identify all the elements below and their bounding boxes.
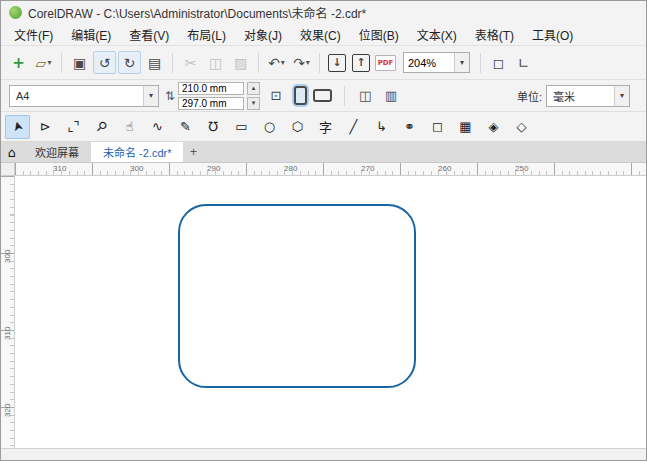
paste-button[interactable]: ▨: [229, 51, 252, 74]
rounded-rectangle-object[interactable]: [178, 204, 416, 388]
cloud-save-icon: ↻: [124, 55, 136, 71]
ruler-label: 320: [3, 340, 12, 417]
copy-icon: ◫: [209, 55, 222, 71]
ruler-label: 260: [438, 164, 515, 173]
menu-bar: 文件(F)编辑(E)查看(V)布局(L)对象(J)效果(C)位图(B)文本(X)…: [1, 23, 646, 46]
page-size-select[interactable]: A4 ▾: [9, 85, 159, 107]
export-button[interactable]: ↑: [352, 54, 370, 72]
menu-item[interactable]: 工具(O): [523, 23, 582, 46]
ellipse-tool[interactable]: ○: [257, 115, 282, 139]
menu-item[interactable]: 对象(J): [235, 23, 291, 46]
menu-item[interactable]: 布局(L): [178, 23, 235, 46]
bezier-tool[interactable]: ℧: [201, 115, 226, 139]
stepper-down-button[interactable]: ▾: [247, 97, 260, 110]
eyedropper-tool[interactable]: ⚭: [397, 115, 422, 139]
drawing-canvas[interactable]: [15, 176, 646, 448]
tab-document[interactable]: 未命名 -2.cdr*: [91, 142, 183, 162]
publish-pdf-button[interactable]: PDF: [374, 51, 397, 74]
zoom-level-input[interactable]: [404, 57, 454, 69]
fullscreen-preview-button[interactable]: ◻: [487, 51, 510, 74]
dimension-stepper: ▴ ▾: [247, 82, 260, 110]
all-pages-icon[interactable]: ◫: [355, 88, 375, 103]
page-dimensions: ⇅ ▴ ▾: [165, 82, 260, 110]
chevron-down-icon: ▾: [47, 58, 51, 67]
horizontal-ruler-row: 310300290280270260250: [1, 163, 646, 176]
page-width-input[interactable]: [178, 82, 244, 95]
page-layout-icon[interactable]: ▥: [381, 88, 401, 103]
chevron-down-icon[interactable]: ▾: [454, 53, 469, 72]
import-button[interactable]: ↓: [328, 54, 346, 72]
coreldraw-logo-icon: [9, 6, 22, 19]
ruler-label: 300: [3, 186, 12, 263]
crop-tool[interactable]: ⌞⌝: [61, 115, 86, 139]
shape-tool[interactable]: ⊳: [33, 115, 58, 139]
export-arrow-icon: ↑: [356, 56, 365, 69]
portrait-orientation-button[interactable]: [294, 86, 307, 105]
menu-item[interactable]: 查看(V): [120, 23, 178, 46]
pick-tool[interactable]: ➤: [5, 115, 30, 139]
fullscreen-icon: ◻: [493, 55, 505, 71]
new-tab-button[interactable]: +: [183, 142, 203, 162]
ruler-label: 310: [53, 164, 130, 173]
tab-welcome-screen[interactable]: 欢迎屏幕: [23, 142, 91, 162]
rectangle-tool[interactable]: ▭: [229, 115, 254, 139]
menu-item[interactable]: 位图(B): [350, 23, 408, 46]
show-rulers-button[interactable]: ∟: [512, 51, 535, 74]
toolbox: ➤ ⊳ ⌞⌝ ⚲ ☝ ∿ ✎ ℧ ▭ ○ ⬡ 字 ╱ ↳ ⚭ ◻: [1, 112, 646, 142]
home-icon[interactable]: ⌂: [1, 142, 23, 162]
new-document-button[interactable]: +: [7, 51, 30, 74]
outline-pen-tool[interactable]: ◻: [425, 115, 450, 139]
window-title: CorelDRAW - C:\Users\Administrator\Docum…: [28, 4, 366, 21]
connector-tool[interactable]: ↳: [369, 115, 394, 139]
import-arrow-icon: ↓: [332, 56, 341, 69]
property-bar: A4 ▾ ⇅ ▴ ▾ ⊡ ◫ ▥ 单位: 毫米 ▾: [1, 80, 646, 112]
menu-item[interactable]: 文本(X): [408, 23, 466, 46]
vertical-ruler[interactable]: 300310320: [1, 176, 15, 448]
page-height-input[interactable]: [178, 97, 244, 110]
interactive-fill-tool[interactable]: ◈: [481, 115, 506, 139]
ruler-label: 280: [284, 164, 361, 173]
pen-tool[interactable]: ✎: [173, 115, 198, 139]
zoom-tool[interactable]: ⚲: [89, 115, 114, 139]
dimension-tool[interactable]: ╱: [341, 115, 366, 139]
redo-button[interactable]: ↷▾: [290, 51, 313, 74]
title-bar: CorelDRAW - C:\Users\Administrator\Docum…: [1, 1, 646, 23]
ruler-label: 290: [207, 164, 284, 173]
smart-fill-tool[interactable]: ◇: [509, 115, 534, 139]
cut-icon: ✂: [185, 55, 197, 71]
ruler-label: 270: [361, 164, 438, 173]
open-from-cloud-button[interactable]: ↺: [93, 51, 116, 74]
page-dimensions-icon: ⇅: [165, 89, 175, 103]
fit-page-icon[interactable]: ⊡: [266, 88, 286, 103]
freehand-tool[interactable]: ∿: [145, 115, 170, 139]
menu-item[interactable]: 表格(T): [466, 23, 523, 46]
menu-item[interactable]: 效果(C): [291, 23, 350, 46]
ruler-origin[interactable]: [1, 163, 15, 175]
chevron-down-icon: ▾: [306, 58, 310, 67]
undo-button[interactable]: ↶▾: [265, 51, 288, 74]
cut-button[interactable]: ✂: [179, 51, 202, 74]
save-button[interactable]: ▣: [68, 51, 91, 74]
text-tool[interactable]: 字: [313, 115, 338, 139]
stepper-up-button[interactable]: ▴: [247, 82, 260, 95]
chevron-down-icon[interactable]: ▾: [614, 86, 629, 106]
print-button[interactable]: ▤: [143, 51, 166, 74]
menu-item[interactable]: 文件(F): [5, 23, 62, 46]
open-button[interactable]: ▱▾: [32, 51, 55, 74]
polygon-tool[interactable]: ⬡: [285, 115, 310, 139]
units-select[interactable]: 毫米 ▾: [546, 85, 630, 107]
new-document-icon: +: [12, 54, 25, 72]
units-group: 单位: 毫米 ▾: [517, 85, 630, 107]
pan-tool[interactable]: ☝: [117, 115, 142, 139]
chevron-down-icon: ▾: [281, 58, 285, 67]
landscape-orientation-button[interactable]: [313, 89, 332, 102]
transparency-tool[interactable]: ▦: [453, 115, 478, 139]
chevron-down-icon[interactable]: ▾: [143, 86, 158, 106]
copy-button[interactable]: ◫: [204, 51, 227, 74]
ruler-label: 250: [515, 164, 592, 173]
standard-toolbar: + ▱▾ ▣ ↺ ↻ ▤ ✂ ◫ ▨ ↶▾ ↷▾ ↓ ↑ PDF ▾ ◻ ∟: [1, 46, 646, 80]
save-icon: ▣: [73, 55, 86, 71]
save-to-cloud-button[interactable]: ↻: [118, 51, 141, 74]
menu-item[interactable]: 编辑(E): [62, 23, 120, 46]
horizontal-ruler[interactable]: 310300290280270260250: [15, 163, 646, 175]
